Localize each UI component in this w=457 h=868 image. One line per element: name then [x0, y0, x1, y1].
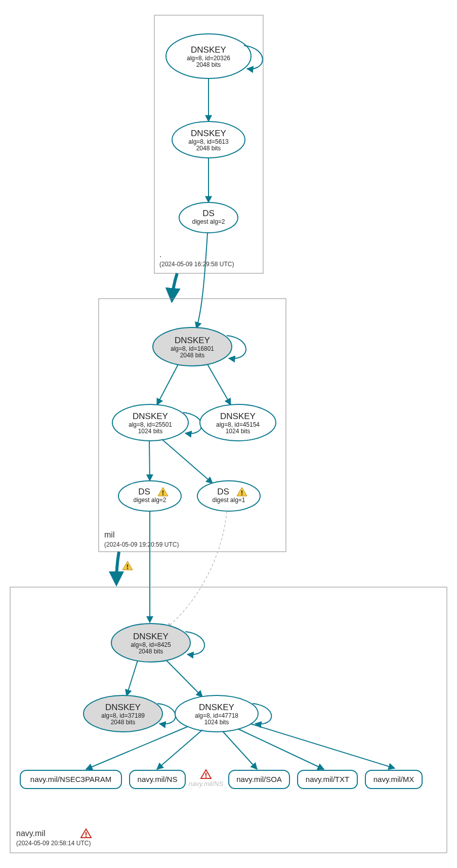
- error-icon: [81, 829, 91, 838]
- svg-text:2048 bits: 2048 bits: [139, 648, 163, 655]
- zone-mil-name: mil: [104, 530, 114, 539]
- svg-text:navy.mil/NS: navy.mil/NS: [138, 775, 178, 783]
- svg-text:1024 bits: 1024 bits: [226, 428, 251, 435]
- svg-text:alg=8, id=47718: alg=8, id=47718: [195, 712, 238, 719]
- rr-mx: navy.mil/MX: [365, 770, 422, 789]
- svg-text:alg=8, id=20326: alg=8, id=20326: [187, 55, 230, 62]
- zone-mil-ts: (2024-05-09 19:20:59 UTC): [104, 541, 179, 548]
- rr-nsec3param: navy.mil/NSEC3PARAM: [20, 770, 121, 789]
- node-root-ksk: DNSKEY alg=8, id=20326 2048 bits: [166, 34, 263, 78]
- svg-text:DNSKEY: DNSKEY: [105, 702, 141, 712]
- svg-text:DNSKEY: DNSKEY: [220, 411, 256, 421]
- edge-root-to-mil-zone: [172, 273, 177, 299]
- svg-text:2048 bits: 2048 bits: [196, 145, 221, 152]
- node-root-zsk: DNSKEY alg=8, id=5613 2048 bits: [172, 121, 245, 158]
- svg-text:DNSKEY: DNSKEY: [133, 632, 169, 641]
- zone-mil: mil (2024-05-09 19:20:59 UTC) DNSKEY alg…: [99, 299, 286, 552]
- node-mil-zsk2: DNSKEY alg=8, id=45154 1024 bits: [200, 404, 276, 441]
- svg-text:digest alg=2: digest alg=2: [192, 218, 225, 225]
- rr-ns-ghost: navy.mil/NS: [189, 770, 224, 788]
- svg-text:navy.mil/MX: navy.mil/MX: [373, 775, 414, 783]
- svg-text:DNSKEY: DNSKEY: [191, 129, 226, 138]
- zone-root-name: .: [159, 250, 161, 259]
- node-navy-zsk1: DNSKEY alg=8, id=47718 1024 bits: [175, 695, 271, 732]
- dnssec-graph: . (2024-05-09 16:29:58 UTC) DNSKEY alg=8…: [0, 0, 457, 868]
- svg-text:DS: DS: [138, 487, 150, 497]
- svg-text:alg=8, id=37189: alg=8, id=37189: [101, 712, 145, 719]
- edge-mil-to-navy-zone: [116, 552, 119, 582]
- svg-text:2048 bits: 2048 bits: [196, 61, 221, 68]
- zone-root: . (2024-05-09 16:29:58 UTC) DNSKEY alg=8…: [154, 15, 263, 273]
- svg-text:digest alg=2: digest alg=2: [133, 497, 166, 504]
- svg-text:alg=8, id=25501: alg=8, id=25501: [129, 421, 172, 428]
- zone-root-ts: (2024-05-09 16:29:58 UTC): [159, 261, 234, 268]
- edge-root-ds-to-mil-ksk: [196, 233, 207, 328]
- node-mil-ds2: DS digest alg=2: [118, 481, 181, 511]
- node-mil-zsk1: DNSKEY alg=8, id=25501 1024 bits: [112, 404, 202, 441]
- warning-icon: [122, 561, 133, 570]
- zone-navy-ts: (2024-05-09 20:58:14 UTC): [16, 840, 91, 847]
- svg-text:digest alg=1: digest alg=1: [212, 497, 245, 504]
- svg-text:DNSKEY: DNSKEY: [133, 411, 168, 421]
- rr-txt: navy.mil/TXT: [298, 770, 357, 789]
- svg-text:navy.mil/NSEC3PARAM: navy.mil/NSEC3PARAM: [30, 775, 111, 783]
- svg-text:alg=8, id=8425: alg=8, id=8425: [131, 641, 171, 648]
- svg-text:navy.mil/NS: navy.mil/NS: [189, 780, 224, 788]
- svg-text:DS: DS: [217, 487, 229, 497]
- svg-text:navy.mil/TXT: navy.mil/TXT: [306, 775, 349, 783]
- rr-ns: navy.mil/NS: [130, 770, 185, 789]
- node-navy-ksk: DNSKEY alg=8, id=8425 2048 bits: [111, 624, 204, 662]
- svg-text:DNSKEY: DNSKEY: [199, 702, 234, 712]
- node-mil-ds1: DS digest alg=1: [197, 481, 260, 511]
- svg-text:alg=8, id=5613: alg=8, id=5613: [188, 138, 229, 145]
- node-root-ds: DS digest alg=2: [179, 202, 238, 233]
- svg-text:alg=8, id=45154: alg=8, id=45154: [216, 421, 260, 428]
- svg-text:navy.mil/SOA: navy.mil/SOA: [236, 775, 282, 783]
- svg-text:1024 bits: 1024 bits: [204, 719, 229, 726]
- svg-text:DNSKEY: DNSKEY: [191, 45, 226, 55]
- svg-text:1024 bits: 1024 bits: [138, 428, 163, 435]
- node-navy-zsk2: DNSKEY alg=8, id=37189 2048 bits: [84, 695, 176, 732]
- svg-text:DNSKEY: DNSKEY: [175, 336, 210, 345]
- node-mil-ksk: DNSKEY alg=8, id=16801 2048 bits: [153, 327, 246, 366]
- svg-text:2048 bits: 2048 bits: [111, 719, 136, 726]
- svg-text:DS: DS: [202, 209, 215, 218]
- zone-navy: navy.mil (2024-05-09 20:58:14 UTC) DNSKE…: [10, 587, 447, 853]
- zone-navy-name: navy.mil: [16, 829, 46, 838]
- svg-text:2048 bits: 2048 bits: [180, 352, 205, 359]
- svg-text:alg=8, id=16801: alg=8, id=16801: [171, 345, 214, 352]
- rr-soa: navy.mil/SOA: [229, 770, 289, 789]
- edge-mil-ds1-to-navy-ksk: [167, 511, 227, 628]
